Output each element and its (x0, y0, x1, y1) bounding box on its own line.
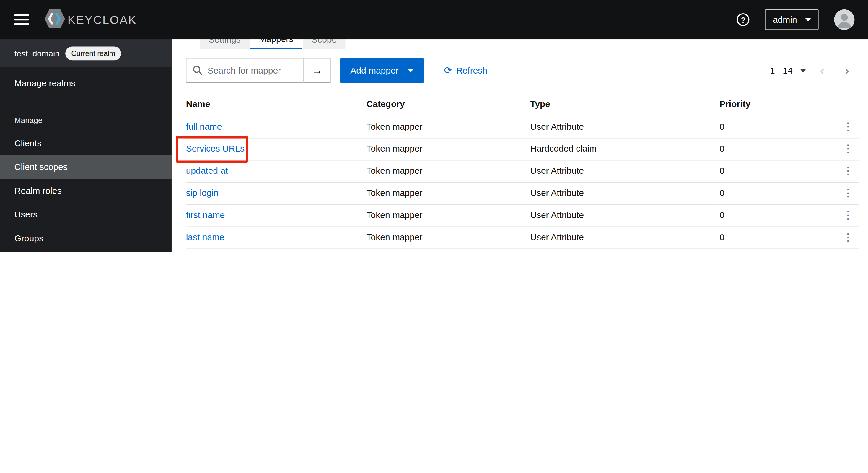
mapper-type: User Attribute (530, 116, 719, 138)
add-mapper-label: Add mapper (350, 66, 398, 76)
tab-scope[interactable]: Scope (303, 39, 345, 49)
table-row-last-name: last name Token mapper User Attribute 0 … (186, 226, 859, 248)
row-kebab-menu-icon[interactable]: ⋮ (837, 232, 859, 242)
table-row-updated-at: updated at Token mapper User Attribute 0… (186, 160, 859, 182)
row-kebab-menu-icon[interactable]: ⋮ (837, 166, 859, 176)
sidebar-item-manage-realms[interactable]: Manage realms (0, 71, 172, 96)
row-kebab-menu-icon[interactable]: ⋮ (837, 143, 859, 154)
mapper-name-link[interactable]: Services URLs (186, 144, 245, 153)
mapper-name-link[interactable]: full name (186, 122, 222, 131)
pagination-next-button[interactable]: › (835, 59, 859, 82)
chevron-down-icon (408, 69, 413, 72)
tab-label: Settings (209, 39, 240, 45)
chevron-right-icon: › (844, 62, 849, 79)
mapper-name-link[interactable]: first name (186, 210, 225, 220)
mapper-type: User Attribute (530, 204, 719, 227)
mapper-category: Token mapper (367, 160, 530, 182)
refresh-icon: ⟳ (444, 66, 452, 75)
table-row-first-name: first name Token mapper User Attribute 0… (186, 204, 859, 227)
user-dropdown-label: admin (773, 15, 797, 25)
mapper-type: User Attribute (530, 182, 719, 204)
row-kebab-menu-icon[interactable]: ⋮ (837, 187, 859, 198)
sidebar-item-groups[interactable]: Groups (0, 226, 172, 250)
toolbar: → Add mapper ⟳ Refresh 1 - 14 ‹ (186, 58, 859, 83)
column-header-priority: Priority (719, 93, 837, 116)
add-mapper-button[interactable]: Add mapper (340, 58, 424, 83)
pagination-range-toggle[interactable]: 1 - 14 (766, 66, 810, 76)
refresh-label: Refresh (456, 66, 487, 76)
brand[interactable]: KEYCLOAK (44, 9, 137, 30)
sidebar-item-label: Users (14, 209, 37, 219)
mapper-priority: 0 (719, 204, 837, 227)
arrow-right-icon: → (312, 64, 322, 76)
user-dropdown[interactable]: admin (765, 9, 819, 30)
mapper-priority: 0 (719, 248, 837, 252)
row-kebab-menu-icon[interactable]: ⋮ (837, 121, 859, 132)
column-header-type: Type (530, 93, 719, 116)
search-submit-button[interactable]: → (304, 58, 331, 83)
mapper-priority: 0 (719, 138, 837, 160)
mapper-category: Token mapper (367, 204, 530, 227)
table-row-sip-login: sip login Token mapper User Attribute 0 … (186, 182, 859, 204)
mapper-category: Token mapper (367, 182, 530, 204)
mapper-name-link[interactable]: sip login (186, 188, 219, 198)
sidebar-item-label: Realm roles (14, 186, 62, 196)
header-toolbar: ? admin (737, 9, 855, 30)
mapper-priority: 0 (719, 182, 837, 204)
table-row-avatarurl: avatarURL Token mapper User Attribute 0 … (186, 248, 859, 252)
mapper-category: Token mapper (367, 138, 530, 160)
sidebar-item-label: Client scopes (14, 162, 68, 172)
column-header-category: Category (367, 93, 530, 116)
current-realm-badge: Current realm (65, 46, 121, 60)
keycloak-logo-icon (44, 9, 65, 30)
column-header-name: Name (186, 93, 367, 116)
search-input[interactable] (186, 58, 304, 83)
tab-label: Mappers (259, 39, 293, 44)
mapper-name-link[interactable]: last name (186, 233, 224, 242)
sidebar-item-sessions[interactable]: Sessions (0, 250, 172, 252)
main-content: Settings Mappers Scope (172, 39, 868, 252)
sidebar: test_domain Current realm Manage realms … (0, 39, 172, 252)
pagination-range: 1 - 14 (770, 66, 793, 76)
help-icon[interactable]: ? (737, 13, 750, 26)
refresh-button[interactable]: ⟳ Refresh (444, 66, 487, 76)
sidebar-section-manage: Manage Clients Client scopes Realm roles… (0, 116, 172, 252)
mapper-category: Token mapper (367, 116, 530, 138)
table-row-services-urls: Services URLs Token mapper Hardcoded cla… (186, 138, 859, 160)
masthead: KEYCLOAK ? admin (0, 0, 868, 39)
mapper-category: Token mapper (367, 226, 530, 248)
tab-label: Scope (312, 39, 337, 45)
mapper-priority: 0 (719, 116, 837, 138)
tab-mappers[interactable]: Mappers (250, 39, 303, 49)
row-kebab-menu-icon[interactable]: ⋮ (837, 210, 859, 220)
avatar[interactable] (834, 9, 855, 30)
mapper-priority: 0 (719, 160, 837, 182)
tab-strip: Settings Mappers Scope (200, 39, 868, 49)
mappers-panel: → Add mapper ⟳ Refresh 1 - 14 ‹ (172, 58, 868, 252)
realm-name: test_domain (14, 49, 60, 58)
pagination-top: 1 - 14 ‹ › (766, 59, 859, 82)
mapper-name-link[interactable]: updated at (186, 166, 228, 176)
section-title-manage: Manage (0, 116, 172, 125)
chevron-down-icon (800, 69, 806, 72)
sidebar-item-clients[interactable]: Clients (0, 131, 172, 155)
tab-settings[interactable]: Settings (200, 39, 250, 49)
sidebar-item-users[interactable]: Users (0, 203, 172, 227)
sidebar-item-realm-roles[interactable]: Realm roles (0, 179, 172, 203)
search-box (186, 58, 304, 83)
table-row-full-name: full name Token mapper User Attribute 0 … (186, 116, 859, 138)
realm-selector[interactable]: test_domain Current realm (0, 39, 172, 67)
mapper-type: User Attribute (530, 248, 719, 252)
mapper-type: User Attribute (530, 160, 719, 182)
mapper-category: Token mapper (367, 248, 530, 252)
nav-toggle-hamburger-icon[interactable] (14, 14, 29, 25)
mappers-table: Name Category Type Priority (186, 93, 859, 252)
mapper-priority: 0 (719, 226, 837, 248)
column-header-actions (837, 93, 859, 116)
pagination-prev-button[interactable]: ‹ (810, 59, 835, 82)
sidebar-item-client-scopes[interactable]: Client scopes (0, 155, 172, 179)
sidebar-item-label: Clients (14, 138, 42, 148)
brand-title: KEYCLOAK (68, 13, 137, 26)
chevron-down-icon (805, 18, 811, 21)
sidebar-item-label: Manage realms (14, 79, 75, 89)
